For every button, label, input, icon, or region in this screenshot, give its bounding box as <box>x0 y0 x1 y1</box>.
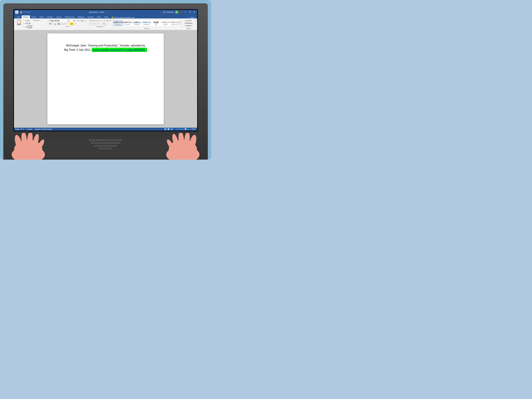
minimize-button[interactable]: — <box>184 11 187 13</box>
paragraph-expand-icon[interactable]: ↗ <box>103 26 105 27</box>
bold-button[interactable]: B <box>49 22 51 25</box>
tab-design[interactable]: Design <box>45 15 54 19</box>
tab-draw[interactable]: Draw <box>38 15 45 19</box>
zoom-in-button[interactable]: + <box>190 128 191 130</box>
number-list-button[interactable]: 1≡ <box>93 19 96 22</box>
print-layout-button[interactable]: 📄 <box>167 128 170 130</box>
bullet-list-button[interactable]: ☰ <box>89 19 92 22</box>
key-u[interactable]: U <box>109 139 112 142</box>
close-button[interactable]: ✕ <box>193 11 196 13</box>
key-q[interactable]: Q <box>89 139 92 142</box>
cut-button[interactable]: ✂ Cut <box>25 20 33 22</box>
paste-button[interactable]: 📋 Paste <box>16 19 22 26</box>
key-p[interactable]: P <box>119 139 122 142</box>
tab-file[interactable]: File <box>15 15 22 19</box>
tab-help[interactable]: Help <box>103 15 110 19</box>
shading-button[interactable]: 🎨 <box>102 22 106 25</box>
key-m[interactable]: M <box>114 145 117 147</box>
underline-button[interactable]: U <box>54 22 57 25</box>
border-button[interactable]: □ <box>106 22 108 25</box>
styles-expand-icon[interactable]: ↗ <box>149 28 150 29</box>
show-marks-button[interactable]: ¶ <box>109 19 111 22</box>
font-name-input[interactable] <box>49 19 67 22</box>
font-size-input[interactable] <box>68 19 73 22</box>
key-l[interactable]: L <box>117 142 120 145</box>
tab-references[interactable]: References <box>63 15 76 19</box>
key-i[interactable]: I <box>112 139 115 142</box>
undo-button[interactable]: ↩ <box>23 11 25 13</box>
key-r[interactable]: R <box>99 139 102 142</box>
save-button[interactable]: 💾 <box>20 11 23 13</box>
line-spacing-button[interactable]: ↕ <box>100 22 102 25</box>
copy-button[interactable]: ⧉ Copy <box>25 22 33 25</box>
replace-button[interactable]: ⇄ Replace <box>184 22 193 24</box>
style-no-space[interactable]: AaBbCcDc No Spac... <box>123 21 132 25</box>
font-color-button[interactable]: A <box>67 22 70 25</box>
styles-scroll-up[interactable]: ▲ <box>179 21 181 22</box>
key-f[interactable]: F <box>101 142 104 145</box>
collapse-ribbon-button[interactable]: ∧ <box>195 19 196 21</box>
key-c[interactable]: C <box>101 145 104 147</box>
customize-qa-button[interactable]: ▾ <box>28 11 30 13</box>
font-shrink-button[interactable]: A↓ <box>77 19 80 22</box>
key-e[interactable]: E <box>96 139 99 142</box>
style-normal[interactable]: AaBbCcDc ¶ Normal <box>114 21 123 25</box>
font-expand-icon[interactable]: ↗ <box>69 26 70 27</box>
tell-me-label[interactable]: Tell me what you want to do <box>114 17 134 19</box>
tab-view[interactable]: View <box>95 15 103 19</box>
styles-expand[interactable]: ▾ <box>179 24 181 25</box>
key-n[interactable]: N <box>111 145 114 147</box>
align-center-button[interactable]: ≡ <box>92 22 94 25</box>
decrease-indent-button[interactable]: ⇤ <box>100 19 102 22</box>
web-layout-button[interactable]: 🌐 <box>171 128 173 130</box>
key-t[interactable]: T <box>102 139 105 142</box>
justify-button[interactable]: ≡ <box>97 22 100 25</box>
key-x[interactable]: X <box>97 145 101 147</box>
increase-indent-button[interactable]: ⇥ <box>103 19 105 22</box>
strikethrough-button[interactable]: abc <box>57 22 61 25</box>
style-heading2[interactable]: AaBbCcE Heading 2 <box>142 21 151 25</box>
zoom-out-button[interactable]: − <box>174 128 175 130</box>
format-painter-button[interactable]: 🖌 Format Painter <box>25 25 33 29</box>
subscript-button[interactable]: x₂ <box>61 22 64 25</box>
key-y[interactable]: Y <box>106 139 109 142</box>
key-g[interactable]: G <box>104 142 107 145</box>
key-z[interactable]: Z <box>94 145 97 147</box>
window-layout-icon[interactable] <box>180 11 182 13</box>
text-color-button[interactable]: A▾ <box>74 22 77 25</box>
tab-insert[interactable]: Insert <box>30 15 38 19</box>
clear-format-button[interactable]: A⃝ <box>84 19 87 22</box>
font-grow-button[interactable]: A↑ <box>73 19 77 22</box>
style-title[interactable]: AaB Title <box>152 20 161 26</box>
key-j[interactable]: J <box>111 142 114 145</box>
document-text[interactable]: McGonigal, Jane. “Gaming and Productivit… <box>61 43 151 52</box>
highlight-button[interactable]: ab <box>70 22 73 25</box>
key-d[interactable]: D <box>97 142 101 145</box>
find-button[interactable]: 🔍 Find ▾ <box>184 20 193 22</box>
key-h[interactable]: H <box>108 142 110 145</box>
superscript-button[interactable]: x² <box>64 22 67 25</box>
restore-button[interactable]: ❐ <box>188 11 191 13</box>
styles-scroll-down[interactable]: ▼ <box>179 23 181 24</box>
select-button[interactable]: ▽ Select ▾ <box>184 25 193 27</box>
tab-home[interactable]: Home <box>22 15 30 19</box>
key-space[interactable] <box>99 148 112 150</box>
tab-layout[interactable]: Layout <box>55 15 63 19</box>
style-subtle-em[interactable]: AaBbCcDc Subtle Em... <box>171 21 179 25</box>
tab-review[interactable]: Review <box>86 15 95 19</box>
key-v[interactable]: V <box>104 145 107 147</box>
change-case-button[interactable]: Aa <box>81 19 84 22</box>
key-a[interactable]: A <box>91 142 94 145</box>
tab-mailings[interactable]: Mailings <box>76 15 86 19</box>
key-o[interactable]: O <box>116 139 119 142</box>
style-subtitle[interactable]: AaBbCcD Subtitle <box>161 21 170 25</box>
key-b[interactable]: B <box>108 145 110 147</box>
key-k[interactable]: K <box>114 142 117 145</box>
italic-button[interactable]: I <box>52 22 54 25</box>
align-right-button[interactable]: ≡ <box>95 22 97 25</box>
user-avatar[interactable]: EV <box>175 11 178 14</box>
key-w[interactable]: W <box>92 139 95 142</box>
style-heading1[interactable]: AaBbCc Heading 1 <box>133 21 142 26</box>
clipboard-expand-icon[interactable]: ↗ <box>40 19 41 21</box>
share-button[interactable]: Share <box>190 17 195 19</box>
